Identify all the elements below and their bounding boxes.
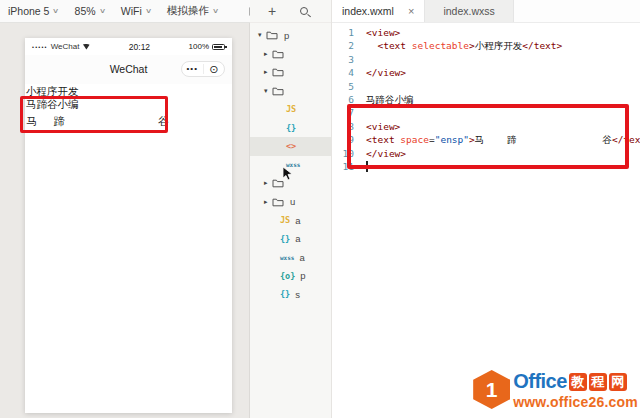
tree-item-label: p	[284, 30, 289, 41]
status-time: 20:12	[90, 42, 188, 52]
tree-item-file[interactable]: <>	[250, 137, 331, 156]
collapse-arrow-icon[interactable]: ▾	[264, 87, 272, 95]
watermark-url: www.office26.com	[513, 394, 638, 410]
battery-icon	[212, 44, 225, 50]
expand-arrow-icon[interactable]: ▸	[264, 198, 272, 206]
file-tree: ▾p▸▸▾JS{}<>wxss▸▸uJSa{}awxssa{o}p{}s	[250, 26, 331, 304]
code-line[interactable]: 5	[332, 80, 640, 93]
simulator-toolbar: iPhone 5 ∨ 85% ∨ WiFi ∨ 模拟操作 ∨	[0, 0, 250, 23]
line-number: 3	[332, 53, 354, 66]
tab-index-wxml[interactable]: index.wxml ×	[332, 0, 425, 22]
folder-icon	[272, 86, 284, 96]
tree-item-folder[interactable]: ▸u	[250, 193, 331, 212]
collapse-arrow-icon[interactable]: ▾	[258, 31, 266, 39]
chevron-down-icon: ∨	[99, 7, 106, 15]
code-line[interactable]: 3	[332, 53, 640, 66]
line-number: 2	[332, 39, 354, 52]
wxss-file-icon: wxss	[280, 254, 294, 261]
device-selector[interactable]: iPhone 5 ∨	[0, 5, 67, 17]
line-content: </view>	[366, 66, 406, 79]
line-number: 4	[332, 66, 354, 79]
wechat-devtools-window: iPhone 5 ∨ 85% ∨ WiFi ∨ 模拟操作 ∨ ••••• WeC…	[0, 0, 640, 418]
tree-item-file[interactable]: JSa	[250, 211, 331, 230]
brand-en-label: Office	[513, 370, 567, 393]
add-file-icon[interactable]: +	[268, 1, 276, 21]
line-number: 5	[332, 80, 354, 93]
tree-item-folder[interactable]: ▸	[250, 45, 331, 64]
tree-item-folder[interactable]: ▾p	[250, 26, 331, 45]
json-file-icon: {}	[280, 289, 290, 299]
tab-label: index.wxss	[443, 5, 494, 17]
folder-icon	[272, 49, 284, 59]
miniprogram-navbar: WeChat ••• ⊙	[25, 55, 232, 84]
brand-cn-char: 教	[569, 373, 587, 391]
line-number: 1	[332, 26, 354, 39]
tree-item-folder[interactable]: ▸	[250, 63, 331, 82]
expand-arrow-icon[interactable]: ▸	[264, 68, 272, 76]
code-editor: index.wxml × index.wxss 1<view>2 <text s…	[332, 0, 640, 418]
tree-item-label: a	[295, 215, 300, 226]
tree-item-file[interactable]: {}	[250, 119, 331, 138]
device-selector-label: iPhone 5	[8, 5, 49, 17]
signal-dots-icon: •••••	[32, 44, 48, 50]
office-logo-icon: 1	[473, 370, 510, 409]
brand-cn-char: 网	[609, 373, 627, 391]
line-content: <text selectable>小程序开发</text>	[366, 39, 562, 52]
explorer-header: +	[250, 0, 331, 23]
simulator-panel: ••••• WeChat 20:12 100% WeChat ••• ⊙ 小程序…	[0, 23, 250, 418]
json-file-icon: {}	[280, 234, 290, 244]
chevron-down-icon: ∨	[145, 7, 152, 15]
close-icon[interactable]: ×	[408, 5, 414, 17]
tree-item-label: s	[295, 289, 300, 300]
menu-dots-icon[interactable]: •••	[182, 62, 203, 76]
json-file-icon: {}	[286, 123, 296, 133]
tree-item-label: p	[300, 270, 305, 281]
code-line[interactable]: 4</view>	[332, 66, 640, 79]
tree-item-file[interactable]: {o}p	[250, 267, 331, 286]
simulate-menu-label: 模拟操作	[167, 4, 209, 18]
mouse-cursor-icon	[283, 167, 294, 181]
project-file-icon: {o}	[280, 271, 295, 281]
tab-label: index.wxml	[342, 5, 394, 17]
highlight-rect-code	[347, 104, 629, 169]
tree-item-label: u	[290, 196, 295, 207]
watermark-brand: Office 教 程 网	[513, 370, 638, 393]
js-file-icon: JS	[280, 215, 290, 225]
code-line[interactable]: 1<view>	[332, 26, 640, 39]
site-watermark: 1 Office 教 程 网 www.office26.com	[473, 370, 638, 410]
tree-item-file[interactable]: {}s	[250, 285, 331, 304]
tab-index-wxss[interactable]: index.wxss	[425, 0, 513, 22]
capsule-button: ••• ⊙	[181, 61, 225, 77]
folder-icon	[272, 197, 284, 207]
line-content: <view>	[366, 26, 400, 39]
expand-arrow-icon[interactable]: ▸	[264, 179, 272, 187]
simulate-menu[interactable]: 模拟操作 ∨	[159, 4, 226, 18]
chevron-down-icon: ∨	[212, 7, 219, 15]
chevron-down-icon: ∨	[52, 7, 59, 15]
tree-item-file[interactable]: JS	[250, 100, 331, 119]
highlight-rect-phone	[20, 96, 168, 133]
network-selector[interactable]: WiFi ∨	[113, 5, 159, 17]
carrier-label: WeChat	[51, 42, 80, 51]
zoom-selector-label: 85%	[75, 5, 96, 17]
search-icon[interactable]	[300, 7, 308, 15]
code-line[interactable]: 2 <text selectable>小程序开发</text>	[332, 39, 640, 52]
tree-item-file[interactable]: wxssa	[250, 248, 331, 267]
zoom-selector[interactable]: 85% ∨	[67, 5, 113, 17]
phone-status-bar: ••••• WeChat 20:12 100%	[25, 38, 232, 55]
expand-arrow-icon[interactable]: ▸	[264, 50, 272, 58]
file-explorer-panel: + ▾p▸▸▾JS{}<>wxss▸▸uJSa{}awxssa{o}p{}s	[250, 0, 332, 418]
tree-item-label: a	[295, 233, 300, 244]
brand-cn-char: 程	[589, 373, 607, 391]
tree-item-file[interactable]: {}a	[250, 230, 331, 249]
home-target-icon[interactable]: ⊙	[204, 62, 225, 77]
editor-tabbar: index.wxml × index.wxss	[332, 0, 640, 23]
network-selector-label: WiFi	[121, 5, 142, 17]
js-file-icon: JS	[286, 104, 296, 114]
battery-percent: 100%	[189, 42, 209, 51]
phone-screen[interactable]: ••••• WeChat 20:12 100% WeChat ••• ⊙ 小程序…	[25, 38, 232, 413]
tree-item-folder[interactable]: ▾	[250, 82, 331, 101]
wifi-icon	[82, 44, 90, 50]
tree-item-label: a	[299, 252, 304, 263]
folder-icon	[266, 30, 278, 40]
